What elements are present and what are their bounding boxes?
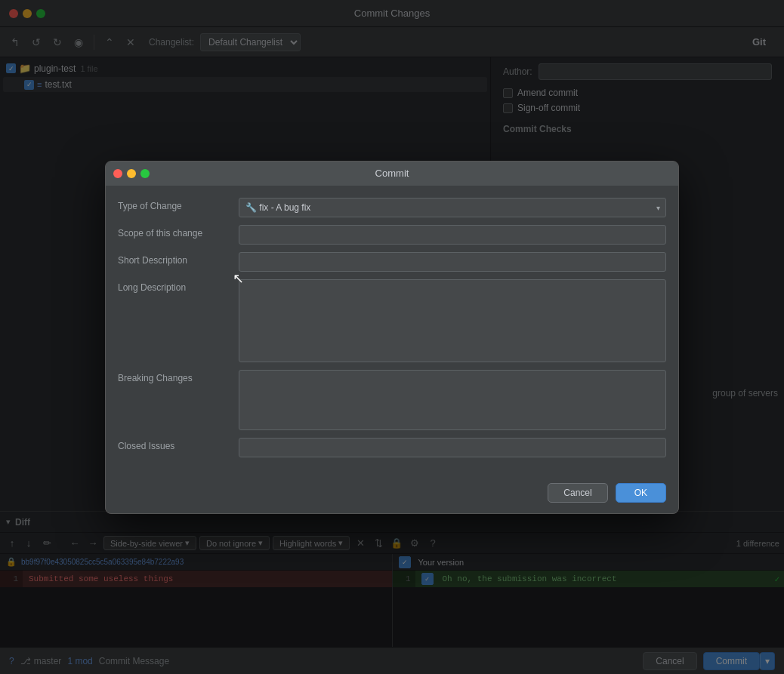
closed-issues-label: Closed Issues (118, 438, 239, 451)
commit-dialog: Commit Type of Change 🔧 fix - A bug fix … (105, 161, 679, 514)
type-of-change-wrapper: 🔧 fix - A bug fix ✨ feat - A new feature… (239, 198, 666, 217)
breaking-changes-row: Breaking Changes (118, 370, 666, 430)
dialog-body: Type of Change 🔧 fix - A bug fix ✨ feat … (106, 186, 678, 477)
dialog-close-button[interactable] (113, 169, 122, 178)
type-of-change-select[interactable]: 🔧 fix - A bug fix ✨ feat - A new feature… (239, 198, 666, 217)
closed-issues-row: Closed Issues (118, 438, 666, 457)
short-desc-row: Short Description (118, 252, 666, 272)
dialog-cancel-button[interactable]: Cancel (548, 483, 607, 503)
short-desc-input[interactable] (239, 252, 666, 272)
type-of-change-label: Type of Change (118, 198, 239, 211)
long-desc-label: Long Description (118, 279, 239, 293)
dialog-title-bar: Commit (106, 162, 678, 186)
dialog-footer: Cancel OK (106, 477, 678, 513)
dialog-minimize-button[interactable] (127, 169, 136, 178)
dialog-ok-button[interactable]: OK (616, 483, 666, 503)
scope-row: Scope of this change (118, 225, 666, 245)
dialog-maximize-button[interactable] (140, 169, 150, 178)
scope-label: Scope of this change (118, 225, 239, 239)
dialog-title: Commit (375, 168, 409, 179)
type-of-change-row: Type of Change 🔧 fix - A bug fix ✨ feat … (118, 198, 666, 217)
long-desc-row: Long Description (118, 279, 666, 362)
breaking-changes-label: Breaking Changes (118, 370, 239, 383)
modal-overlay: Commit Type of Change 🔧 fix - A bug fix … (0, 0, 784, 674)
scope-input[interactable] (239, 225, 666, 245)
long-desc-textarea[interactable] (239, 279, 666, 362)
closed-issues-input[interactable] (239, 438, 666, 457)
dialog-window-controls (113, 169, 150, 178)
short-desc-label: Short Description (118, 252, 239, 266)
breaking-changes-textarea[interactable] (239, 370, 666, 430)
